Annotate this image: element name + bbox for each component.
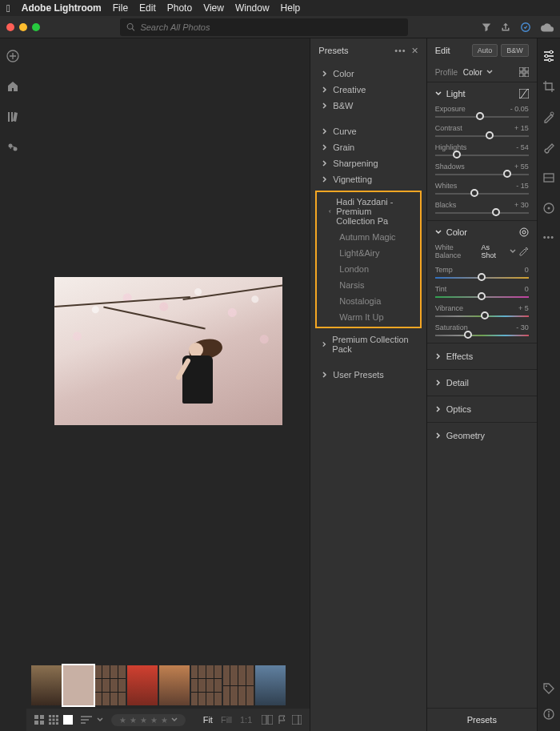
compare-icon[interactable] (262, 715, 273, 725)
preset-group[interactable]: Vignetting (310, 171, 426, 187)
library-icon[interactable] (6, 110, 19, 123)
sync-status-icon[interactable] (520, 22, 531, 33)
sort-icon[interactable] (81, 716, 92, 724)
close-icon[interactable]: ✕ (411, 46, 418, 56)
slider-whites[interactable]: Whites- 15 (435, 182, 529, 195)
profile-browser-icon[interactable] (519, 67, 529, 77)
slider-blacks[interactable]: Blacks+ 30 (435, 201, 529, 214)
color-mixer-icon[interactable] (519, 227, 529, 237)
preset-group[interactable]: Creative (310, 82, 426, 98)
filmstrip-thumb[interactable] (31, 665, 62, 705)
preset-group-label: Sharpening (333, 159, 378, 168)
slider-temp[interactable]: Temp0 (435, 266, 529, 279)
preset-group[interactable]: Sharpening (310, 155, 426, 171)
filmstrip-thumb[interactable] (95, 665, 126, 705)
more-icon[interactable]: ••• (394, 46, 406, 55)
profile-value[interactable]: Color (463, 68, 482, 77)
preset-item[interactable]: London (317, 261, 419, 277)
rating-filter[interactable]: ★★★★★ (111, 714, 186, 726)
section-geometry[interactable]: Geometry (427, 422, 537, 448)
section-detail[interactable]: Detail (427, 369, 537, 396)
preset-item[interactable]: Nostalogia (317, 293, 419, 309)
close-window-button[interactable] (6, 23, 14, 31)
slider-highlights[interactable]: Highlights- 54 (435, 143, 529, 156)
grid-small-icon[interactable] (34, 715, 44, 725)
slider-tint[interactable]: Tint0 (435, 285, 529, 298)
minimize-window-button[interactable] (19, 23, 27, 31)
chevron-down-icon[interactable] (486, 69, 493, 75)
chevron-down-icon[interactable] (97, 717, 103, 723)
slider-contrast[interactable]: Contrast+ 15 (435, 124, 529, 137)
share-icon[interactable] (501, 22, 510, 32)
menu-file[interactable]: File (113, 2, 128, 14)
filmstrip-thumb[interactable] (255, 665, 286, 705)
menu-edit[interactable]: Edit (139, 2, 156, 14)
home-icon[interactable] (6, 80, 19, 93)
menu-window[interactable]: Window (235, 2, 270, 14)
edit-sliders-icon[interactable] (542, 50, 555, 62)
bw-button[interactable]: B&W (501, 44, 529, 57)
wb-value[interactable]: As Shot (482, 243, 506, 259)
tag-icon[interactable] (543, 683, 554, 694)
radial-gradient-icon[interactable] (542, 202, 555, 215)
preset-group[interactable]: Curve (310, 123, 426, 139)
info-icon[interactable] (543, 709, 554, 720)
menu-view[interactable]: View (203, 2, 224, 14)
slider-vibrance[interactable]: Vibrance+ 5 (435, 304, 529, 317)
presets-footer-button[interactable]: Presets (427, 708, 537, 731)
preset-group[interactable]: Color (310, 66, 426, 82)
preset-group[interactable]: User Presets (310, 367, 426, 383)
filmstrip-thumb[interactable] (223, 665, 254, 705)
preset-group[interactable]: B&W (310, 98, 426, 114)
color-header[interactable]: Color (435, 227, 529, 237)
apple-menu-icon[interactable]:  (6, 2, 10, 14)
light-header[interactable]: Light (435, 89, 529, 98)
cloud-icon[interactable] (541, 22, 554, 32)
svg-rect-25 (525, 73, 529, 77)
slider-exposure[interactable]: Exposure- 0.05 (435, 105, 529, 118)
filmstrip-thumb-selected[interactable] (63, 665, 94, 705)
more-tools-icon[interactable]: ••• (543, 232, 555, 242)
section-optics[interactable]: Optics (427, 396, 537, 422)
main-photo[interactable] (54, 277, 282, 425)
section-effects[interactable]: Effects (427, 343, 537, 369)
filmstrip-thumb[interactable] (191, 665, 222, 705)
preset-group[interactable]: Premium Collection Pack (310, 331, 426, 357)
chevron-right-icon (435, 406, 442, 412)
tone-curve-icon[interactable] (519, 89, 529, 98)
zoom-fit[interactable]: Fit (203, 715, 213, 725)
slider-saturation[interactable]: Saturation- 30 (435, 323, 529, 336)
zoom-fill[interactable]: Fill (221, 715, 232, 725)
grid-large-icon[interactable] (49, 715, 58, 725)
menu-help[interactable]: Help (281, 2, 301, 14)
crop-icon[interactable] (542, 80, 555, 93)
filmstrip-thumb[interactable] (159, 665, 190, 705)
search-input[interactable] (140, 22, 402, 32)
app-name[interactable]: Adobe Lightroom (22, 2, 102, 14)
preset-item[interactable]: Warm It Up (317, 309, 419, 325)
slider-shadows[interactable]: Shadows+ 55 (435, 163, 529, 175)
preset-item[interactable]: Narsis (317, 277, 419, 293)
filmstrip[interactable] (26, 664, 310, 709)
search-field[interactable] (120, 18, 408, 36)
toggle-panel-icon[interactable] (292, 715, 302, 725)
preset-item[interactable]: Autumn Magic (317, 229, 419, 245)
filmstrip-thumb[interactable] (127, 665, 158, 705)
brush-icon[interactable] (542, 141, 555, 154)
linear-gradient-icon[interactable] (542, 171, 555, 184)
preset-item[interactable]: Light&Airy (317, 245, 419, 261)
add-photos-icon[interactable] (6, 50, 19, 62)
chevron-down-icon[interactable] (510, 248, 516, 255)
healing-brush-icon[interactable] (542, 110, 555, 123)
single-view-icon[interactable] (63, 715, 73, 725)
flag-icon[interactable] (278, 715, 287, 725)
auto-button[interactable]: Auto (472, 44, 498, 57)
maximize-window-button[interactable] (32, 23, 40, 31)
menu-photo[interactable]: Photo (167, 2, 192, 14)
eyedropper-icon[interactable] (519, 247, 529, 256)
preset-group[interactable]: Hadi Yazdani - Premium Collection Pa (317, 194, 419, 229)
sharing-icon[interactable] (6, 141, 19, 154)
preset-group[interactable]: Grain (310, 139, 426, 155)
filter-icon[interactable] (482, 22, 491, 32)
zoom-1-1[interactable]: 1:1 (240, 715, 252, 725)
